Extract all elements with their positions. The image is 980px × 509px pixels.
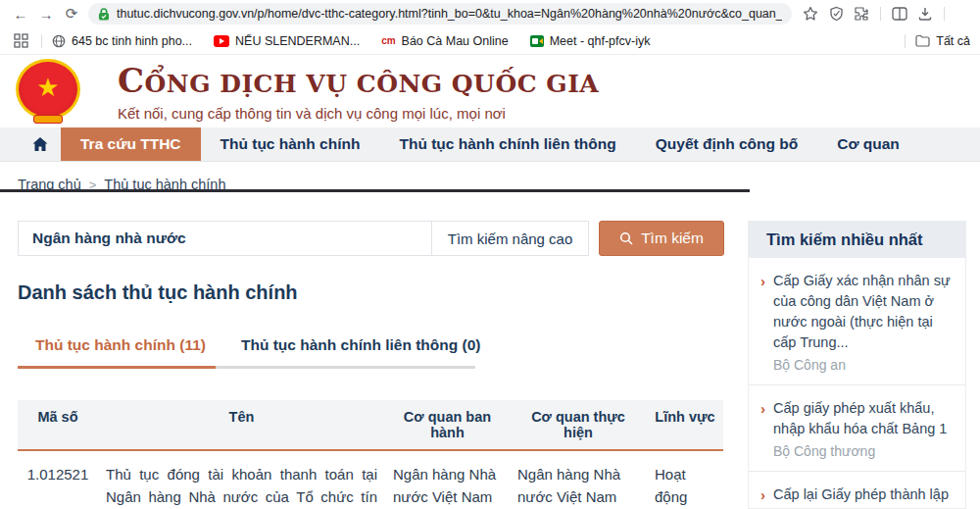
- url-bar[interactable]: thutuc.dichvucong.gov.vn/p/home/dvc-tthc…: [88, 3, 792, 25]
- chevron-right-icon: ›: [760, 484, 765, 509]
- bookmark-label: Báo Cà Mau Online: [402, 34, 509, 48]
- sidebar-item-agency: Bộ Công thương: [773, 443, 952, 459]
- search-row: Tìm kiếm nâng cao Tìm kiếm: [18, 221, 724, 256]
- tabs: Thủ tục hành chính (11) Thủ tục hành chí…: [18, 327, 475, 369]
- nav-item-tra-cuu-tthc[interactable]: Tra cứu TTHC: [61, 127, 201, 161]
- search-icon: [619, 231, 633, 245]
- search-box: Tìm kiếm nâng cao: [18, 221, 589, 256]
- folder-icon: [915, 34, 930, 47]
- search-button-label: Tìm kiếm: [641, 229, 704, 247]
- chevron-right-icon: ›: [760, 271, 765, 373]
- main-nav: Tra cứu TTHC Thủ tục hành chính Thủ tục …: [0, 127, 980, 162]
- download-icon[interactable]: [914, 3, 936, 25]
- procedure-field: Hoạt động thanh toán: [647, 451, 723, 509]
- nav-item-quyet-dinh-cong-bo[interactable]: Quyết định công bố: [636, 127, 818, 161]
- nav-item-tthc-lien-thong[interactable]: Thủ tục hành chính liên thông: [379, 127, 635, 161]
- bookmark-item[interactable]: Meet - qhf-pfcv-iyk: [530, 34, 651, 48]
- bookmarks-separator: [905, 34, 906, 48]
- extensions-icon[interactable]: [851, 3, 872, 25]
- tab-tthc-lien-thong[interactable]: Thủ tục hành chính liên thông (0): [223, 327, 499, 366]
- bookmark-star-icon[interactable]: [800, 3, 821, 25]
- search-button[interactable]: Tìm kiếm: [599, 221, 724, 256]
- sidebar-item[interactable]: › Cấp giấy phép xuất khẩu, nhập khẩu hóa…: [749, 384, 965, 471]
- bookmark-item[interactable]: cm Báo Cà Mau Online: [381, 34, 509, 48]
- apps-grid-icon[interactable]: [10, 30, 31, 52]
- toolbar-separator: [880, 7, 881, 21]
- advanced-search-button[interactable]: Tìm kiếm nâng cao: [431, 222, 588, 255]
- shield-icon[interactable]: [825, 3, 847, 25]
- forward-icon[interactable]: →: [33, 3, 59, 25]
- column-header-ma-so: Mã số: [18, 400, 98, 449]
- chevron-right-icon: ›: [760, 398, 765, 459]
- nav-item-co-quan[interactable]: Cơ quan: [817, 127, 919, 161]
- procedure-code-link[interactable]: 1.012521: [18, 451, 98, 509]
- secure-lock-icon: [98, 7, 110, 22]
- column-header-linh-vuc: Lĩnh vực: [647, 400, 723, 449]
- nav-item-thu-tuc-hanh-chinh[interactable]: Thủ tục hành chính: [201, 127, 380, 161]
- sidebar-item-text: Cấp Giấy xác nhận nhân sự của công dân V…: [773, 271, 952, 353]
- all-bookmarks-label: Tất cả: [936, 34, 970, 48]
- back-icon[interactable]: ←: [8, 3, 33, 25]
- globe-icon: [52, 34, 66, 48]
- procedure-executor: Ngân hàng Nhà nước Việt Nam: [510, 451, 647, 509]
- youtube-icon: [214, 35, 229, 47]
- reload-icon[interactable]: ⟳: [59, 3, 84, 25]
- split-view-icon[interactable]: [889, 3, 910, 25]
- all-bookmarks-button[interactable]: Tất cả: [915, 34, 970, 48]
- camau-logo-icon: cm: [381, 35, 395, 46]
- bookmark-item[interactable]: NẾU SLENDERMAN...: [214, 34, 360, 48]
- bookmark-label: 645 bc tinh hinh pho...: [72, 34, 192, 48]
- procedure-issuer: Ngân hàng Nhà nước Việt Nam: [385, 451, 510, 509]
- bottom-edge-divider: [0, 189, 750, 192]
- tab-thu-tuc-hanh-chinh[interactable]: Thủ tục hành chính (11): [18, 327, 223, 366]
- procedures-table: Mã số Tên Cơ quan ban hành Cơ quan thực …: [18, 400, 723, 509]
- bookmark-item[interactable]: 645 bc tinh hinh pho...: [52, 34, 192, 48]
- content-area: Trang chủ > Thủ tục hành chính Tìm kiếm …: [0, 162, 980, 192]
- search-input[interactable]: [19, 222, 431, 255]
- column-header-co-quan-thuc-hien: Cơ quan thực hiện: [510, 400, 647, 449]
- sidebar-item-text: Cấp lại Giấy phép thành lập Văn phòng đạ…: [773, 484, 952, 509]
- site-title: CỔNG DỊCH VỤ CÔNG QUỐC GIA: [118, 61, 599, 100]
- breadcrumb: Trang chủ > Thủ tục hành chính: [18, 162, 980, 192]
- most-searched-sidebar: Tìm kiếm nhiều nhất › Cấp Giấy xác nhận …: [748, 221, 966, 509]
- bookmarks-bar: 645 bc tinh hinh pho... NẾU SLENDERMAN..…: [0, 27, 980, 55]
- toolbar-separator: [944, 7, 945, 21]
- procedure-name: Thủ tục đóng tài khoản thanh toán tại Ng…: [98, 451, 385, 509]
- sidebar-item[interactable]: › Cấp Giấy xác nhận nhân sự của công dân…: [749, 258, 965, 384]
- home-icon[interactable]: [20, 127, 61, 161]
- bookmark-label: Meet - qhf-pfcv-iyk: [550, 34, 651, 48]
- bookmark-label: NẾU SLENDERMAN...: [235, 34, 360, 48]
- vietnam-emblem-logo: ★: [10, 59, 92, 124]
- table-header-row: Mã số Tên Cơ quan ban hành Cơ quan thực …: [18, 400, 723, 451]
- sidebar-title: Tìm kiếm nhiều nhất: [749, 222, 965, 258]
- tab-underline: [18, 366, 475, 369]
- bookmarks-separator: [41, 34, 42, 48]
- column-header-co-quan-ban-hanh: Cơ quan ban hành: [385, 400, 510, 449]
- section-heading: Danh sách thủ tục hành chính: [18, 281, 298, 304]
- meet-icon: [530, 35, 544, 47]
- sidebar-item[interactable]: › Cấp lại Giấy phép thành lập Văn phòng …: [749, 471, 965, 509]
- sidebar-item-text: Cấp giấy phép xuất khẩu, nhập khẩu hóa c…: [773, 398, 952, 439]
- column-header-ten: Tên: [98, 400, 385, 449]
- browser-toolbar: ← → ⟳ thutuc.dichvucong.gov.vn/p/home/dv…: [0, 0, 980, 27]
- site-subtitle: Kết nối, cung cấp thông tin và dịch vụ c…: [118, 105, 599, 122]
- url-text: thutuc.dichvucong.gov.vn/p/home/dvc-tthc…: [117, 7, 782, 21]
- page: ← → ⟳ thutuc.dichvucong.gov.vn/p/home/dv…: [0, 0, 980, 509]
- site-header: ★ CỔNG DỊCH VỤ CÔNG QUỐC GIA Kết nối, cu…: [0, 55, 980, 127]
- table-row: 1.012521 Thủ tục đóng tài khoản thanh to…: [18, 451, 723, 509]
- sidebar-item-agency: Bộ Công an: [773, 357, 952, 373]
